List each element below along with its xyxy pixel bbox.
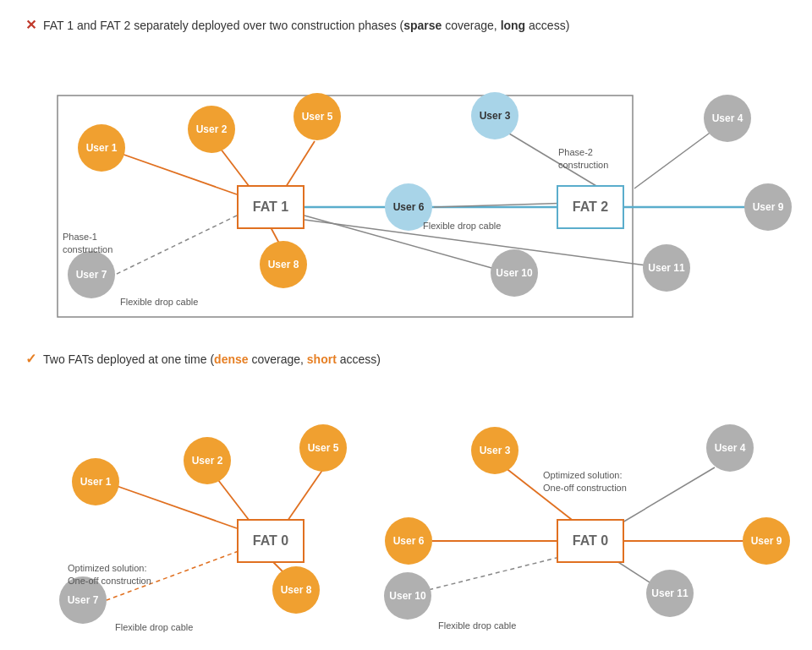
fat1-u2-line — [220, 148, 252, 190]
node2-user11: User 11 — [646, 570, 694, 617]
diagram2: FAT 0 FAT 0 User 1 User 2 User 5 User 7 … — [25, 380, 787, 650]
node2-user6: User 6 — [385, 517, 432, 565]
fat2-u4-line — [634, 131, 712, 188]
fat1-u2-line2 — [218, 480, 252, 524]
section2-text: Two FATs deployed at one time (dense cov… — [43, 352, 381, 366]
phase1-label: Phase-1construction — [63, 231, 112, 257]
opt-label1: Optimized solution:One-off construction — [68, 562, 151, 588]
node-user9: User 9 — [744, 183, 792, 231]
flex-drop-label2: Flexible drop cable — [423, 220, 501, 232]
node-user2: User 2 — [188, 106, 235, 153]
node-user5: User 5 — [294, 93, 341, 140]
section2-header: ✓ Two FATs deployed at one time (dense c… — [25, 351, 787, 367]
node2-user4: User 4 — [706, 424, 754, 472]
node-user3: User 3 — [471, 92, 518, 139]
fat2-box2: FAT 0 — [557, 519, 624, 563]
node2-user3: User 3 — [471, 427, 518, 474]
fat2-u4-line2 — [623, 467, 715, 522]
node2-user5: User 5 — [299, 424, 347, 472]
flex-drop2-label2: Flexible drop cable — [438, 620, 516, 632]
fat1-u7-line — [115, 216, 237, 275]
node2-user10: User 10 — [384, 572, 431, 620]
fat1-u1-line2 — [117, 486, 237, 528]
fat1-u5-line — [286, 141, 315, 187]
fat1-box: FAT 1 — [237, 185, 304, 229]
fat1-u1-line — [117, 152, 237, 194]
node2-user1: User 1 — [72, 458, 119, 505]
node-user4: User 4 — [704, 95, 751, 142]
node2-user8: User 8 — [272, 566, 320, 614]
node2-user2: User 2 — [184, 437, 231, 484]
x-icon: ✕ — [25, 17, 36, 33]
node-user8: User 8 — [260, 241, 307, 288]
fat2-u10-line2 — [428, 554, 573, 590]
fat1-u5-line2 — [288, 469, 323, 521]
flex-drop-label1: Flexible drop cable — [120, 296, 198, 309]
flex-drop2-label1: Flexible drop cable — [115, 621, 193, 634]
node-user11: User 11 — [643, 244, 690, 292]
node-user10: User 10 — [491, 249, 538, 297]
fat1-box2: FAT 0 — [237, 519, 304, 563]
node-user1: User 1 — [78, 124, 125, 172]
phase2-label: Phase-2construction — [558, 146, 608, 172]
opt-label2: Optimized solution:One-off construction — [543, 469, 627, 495]
diagram1: FAT 1 FAT 2 User 1 User 2 User 5 User 7 … — [25, 46, 787, 334]
section1-text: FAT 1 and FAT 2 separately deployed over… — [43, 19, 569, 32]
node-user7: User 7 — [68, 251, 115, 298]
page: ✕ FAT 1 and FAT 2 separately deployed ov… — [0, 0, 812, 650]
check-icon: ✓ — [25, 351, 36, 367]
section1-header: ✕ FAT 1 and FAT 2 separately deployed ov… — [25, 17, 787, 33]
fat2-box: FAT 2 — [557, 185, 624, 229]
node2-user9: User 9 — [743, 517, 790, 565]
